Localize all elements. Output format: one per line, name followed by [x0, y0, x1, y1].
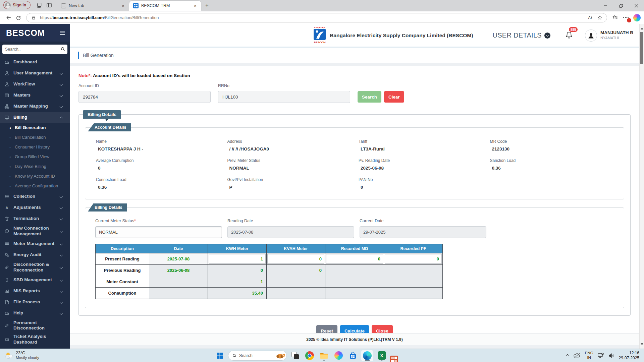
edge-button[interactable]: [361, 350, 373, 361]
network-icon[interactable]: [597, 353, 604, 359]
reset-button[interactable]: Reset: [316, 325, 337, 333]
sidebar-item-disconnection-reconnection[interactable]: Disconnection & Reconnection: [0, 260, 70, 275]
chrome-button[interactable]: [304, 350, 316, 361]
chrome-icon: [305, 351, 314, 360]
menu-toggle-icon[interactable]: [60, 31, 65, 35]
table-cell: [384, 288, 443, 299]
onedrive-icon[interactable]: [573, 353, 581, 359]
table-cell: [325, 288, 384, 299]
current-meter-status-select[interactable]: [95, 226, 222, 238]
search-button[interactable]: Search: [358, 91, 381, 103]
sidebar-item-group-billed-view[interactable]: ○Group Billed View: [0, 152, 70, 162]
taskbar-search[interactable]: Search: [228, 351, 287, 361]
chevron-up-icon: [60, 117, 63, 120]
refresh-icon[interactable]: [13, 13, 23, 23]
current-date-input[interactable]: [360, 226, 486, 238]
table-cell[interactable]: 0: [325, 253, 384, 265]
task-view-button[interactable]: [289, 350, 301, 361]
sidebar-item-average-configuration[interactable]: ○Average Configuration: [0, 181, 70, 191]
workspaces-icon[interactable]: [34, 1, 44, 10]
favorite-star-icon[interactable]: [596, 14, 603, 21]
user-details-menu[interactable]: USER DETAILS: [492, 32, 550, 39]
read-aloud-icon[interactable]: A: [586, 14, 593, 21]
sidebar-item-help[interactable]: Help: [0, 308, 70, 319]
sign-in-button[interactable]: Sign in: [3, 1, 31, 9]
clear-button[interactable]: Clear: [384, 91, 404, 103]
sidebar-item-dashboard[interactable]: Dashboard: [0, 57, 70, 68]
sidebar-item-masters[interactable]: Masters: [0, 90, 70, 101]
scroll-down-icon[interactable]: [641, 343, 643, 347]
table-cell[interactable]: 0: [384, 253, 443, 265]
calculate-button[interactable]: Calculate: [340, 325, 369, 333]
table-row: Consumption35.40: [96, 288, 443, 299]
copilot-icon[interactable]: [633, 14, 641, 21]
sidebar-item-file-process[interactable]: File Process: [0, 297, 70, 308]
favorites-bar-icon[interactable]: [610, 13, 620, 23]
taskbar-clock[interactable]: 12:16 29-07-2025: [619, 351, 639, 361]
table-header-cell: KWH Meter: [208, 244, 267, 253]
sidebar-item-sbd-management[interactable]: SBD Management: [0, 275, 70, 286]
copilot-button[interactable]: [332, 350, 344, 361]
reading-date-input[interactable]: [227, 226, 354, 238]
new-tab-button[interactable]: +: [203, 1, 211, 10]
start-button[interactable]: [214, 350, 226, 361]
close-tab-icon[interactable]: ×: [193, 3, 198, 8]
svg-text:A: A: [588, 16, 590, 19]
address-bar[interactable]: https://bescom.trm.ieasybill.com/BillGen…: [26, 13, 607, 22]
sidebar-item-meter-management[interactable]: Meter Management: [0, 238, 70, 249]
settings-menu-icon[interactable]: ↑: [621, 13, 631, 22]
sidebar-item-new-connection-management[interactable]: New Connection Management: [0, 224, 70, 238]
sidebar-item-master-mapping[interactable]: Master Mapping: [0, 101, 70, 112]
excel-button[interactable]: X: [376, 350, 388, 361]
tab-actions-icon[interactable]: [44, 1, 54, 10]
sidebar-item-bill-generation[interactable]: ●Bill Generation: [0, 123, 70, 133]
field-value: LT3A-Rural: [359, 146, 482, 152]
notifications-button[interactable]: 885: [565, 31, 574, 40]
speaker-icon[interactable]: [608, 353, 615, 359]
tab-bescom-trm[interactable]: BESCOM-TRM ×: [129, 1, 201, 11]
browser-titlebar: Sign in New tab × BESCOM-TRM × +: [0, 0, 644, 11]
close-button[interactable]: Close: [372, 325, 393, 333]
sidebar-item-day-wise-billing[interactable]: ○Day Wise Billing: [0, 162, 70, 172]
sidebar-item-mis-reports[interactable]: MIS Reports: [0, 286, 70, 297]
scrollbar-thumb[interactable]: [640, 32, 643, 64]
restore-button[interactable]: [613, 0, 629, 11]
close-tab-icon[interactable]: ×: [120, 3, 126, 8]
sidebar-item-termination[interactable]: Termination: [0, 213, 70, 224]
sidebar-item-permanent-disconnection[interactable]: Permanent Disconnection: [0, 319, 70, 333]
store-button[interactable]: [347, 350, 359, 361]
sidebar-item-energy-audit[interactable]: Energy Audit: [0, 249, 70, 260]
scroll-up-icon[interactable]: [641, 26, 643, 29]
file-explorer-button[interactable]: [318, 350, 330, 361]
tab-new-tab[interactable]: New tab ×: [57, 1, 129, 11]
user-avatar[interactable]: [585, 29, 597, 42]
minimize-button[interactable]: [598, 0, 613, 11]
sidebar-item-adjustments[interactable]: AAdjustments: [0, 202, 70, 213]
account-details-grid: NameKOTRESHAPPA J H -Address/ // // /HOS…: [93, 138, 616, 192]
page-scrollbar[interactable]: [639, 24, 644, 349]
account-field: Govt/Pvt InstallationP: [227, 177, 351, 190]
tray-chevron-up-icon[interactable]: [566, 354, 569, 358]
sidebar-search-input[interactable]: [2, 45, 67, 54]
sidebar-item-bill-cancellation[interactable]: ○Bill Cancellation: [0, 133, 70, 142]
table-cell: [149, 276, 208, 288]
sidebar-item-workflow[interactable]: WorkFlow: [0, 79, 70, 90]
sidebar-item-user-management[interactable]: User Management: [0, 68, 70, 79]
sidebar-item-label: Group Billed View: [15, 154, 66, 160]
table-cell[interactable]: 1: [208, 253, 267, 265]
account-id-input[interactable]: [78, 91, 211, 103]
close-window-button[interactable]: [629, 0, 644, 11]
app-icon[interactable]: [390, 356, 398, 362]
org-name: Bangalore Electricity Supply Company Lim…: [330, 33, 473, 39]
rrno-input[interactable]: [218, 91, 350, 103]
sidebar-item-collection[interactable]: Collection: [0, 191, 70, 202]
sidebar-item-billing[interactable]: Billing: [0, 112, 70, 123]
language-indicator[interactable]: ENG IN: [585, 351, 593, 360]
sidebar-item-know-my-account-id[interactable]: ○Know My Account ID: [0, 172, 70, 181]
back-icon[interactable]: [3, 13, 13, 23]
sidebar-item-consumer-history[interactable]: ○Consumer History: [0, 142, 70, 152]
lock-icon[interactable]: [30, 14, 37, 21]
sidebar-item-ticket-analysis-dashboard[interactable]: Ticket Analysis Dashboard: [0, 333, 70, 347]
table-cell[interactable]: 0: [267, 253, 325, 265]
weather-widget[interactable]: 23°C Mostly cloudy: [0, 351, 39, 360]
